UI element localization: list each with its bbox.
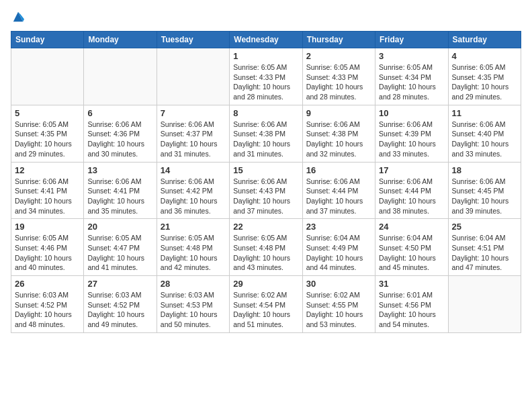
day-number: 18 bbox=[452, 165, 517, 175]
weekday-header: Saturday bbox=[448, 32, 521, 48]
calendar-cell: 16Sunrise: 6:06 AMSunset: 4:44 PMDayligh… bbox=[302, 162, 375, 219]
calendar-cell: 18Sunrise: 6:06 AMSunset: 4:45 PMDayligh… bbox=[448, 162, 521, 219]
day-number: 2 bbox=[306, 51, 371, 61]
calendar-week-row: 19Sunrise: 6:05 AMSunset: 4:46 PMDayligh… bbox=[11, 219, 521, 276]
calendar-cell: 7Sunrise: 6:06 AMSunset: 4:37 PMDaylight… bbox=[157, 105, 229, 162]
day-number: 27 bbox=[87, 279, 152, 289]
day-info: Sunrise: 6:06 AMSunset: 4:45 PMDaylight:… bbox=[452, 177, 517, 216]
day-info: Sunrise: 6:04 AMSunset: 4:50 PMDaylight:… bbox=[379, 233, 444, 273]
day-number: 30 bbox=[306, 279, 371, 289]
day-info: Sunrise: 6:01 AMSunset: 4:56 PMDaylight:… bbox=[379, 290, 444, 330]
day-info: Sunrise: 6:05 AMSunset: 4:35 PMDaylight:… bbox=[15, 120, 80, 159]
calendar-cell: 2Sunrise: 6:05 AMSunset: 4:33 PMDaylight… bbox=[302, 48, 375, 105]
day-info: Sunrise: 6:04 AMSunset: 4:49 PMDaylight:… bbox=[306, 233, 371, 273]
calendar-cell: 29Sunrise: 6:02 AMSunset: 4:54 PMDayligh… bbox=[230, 276, 302, 333]
day-info: Sunrise: 6:02 AMSunset: 4:55 PMDaylight:… bbox=[306, 290, 371, 330]
calendar-cell: 21Sunrise: 6:05 AMSunset: 4:48 PMDayligh… bbox=[157, 219, 229, 276]
calendar-cell: 17Sunrise: 6:06 AMSunset: 4:44 PMDayligh… bbox=[375, 162, 448, 219]
calendar-cell: 6Sunrise: 6:06 AMSunset: 4:36 PMDaylight… bbox=[84, 105, 157, 162]
calendar-cell bbox=[11, 48, 84, 105]
day-info: Sunrise: 6:05 AMSunset: 4:46 PMDaylight:… bbox=[15, 233, 80, 273]
calendar-cell: 27Sunrise: 6:03 AMSunset: 4:52 PMDayligh… bbox=[84, 276, 157, 333]
day-info: Sunrise: 6:06 AMSunset: 4:37 PMDaylight:… bbox=[161, 120, 226, 159]
day-number: 25 bbox=[452, 222, 517, 232]
day-number: 10 bbox=[379, 108, 444, 118]
day-info: Sunrise: 6:06 AMSunset: 4:38 PMDaylight:… bbox=[306, 120, 371, 159]
page-header bbox=[11, 11, 521, 23]
calendar-cell: 1Sunrise: 6:05 AMSunset: 4:33 PMDaylight… bbox=[230, 48, 302, 105]
day-info: Sunrise: 6:05 AMSunset: 4:34 PMDaylight:… bbox=[379, 62, 444, 102]
day-number: 9 bbox=[306, 108, 371, 118]
day-number: 21 bbox=[161, 222, 226, 232]
calendar-cell: 13Sunrise: 6:06 AMSunset: 4:41 PMDayligh… bbox=[84, 162, 157, 219]
day-number: 3 bbox=[379, 51, 444, 61]
day-number: 24 bbox=[379, 222, 444, 232]
calendar-cell: 5Sunrise: 6:05 AMSunset: 4:35 PMDaylight… bbox=[11, 105, 84, 162]
calendar-cell: 9Sunrise: 6:06 AMSunset: 4:38 PMDaylight… bbox=[302, 105, 375, 162]
day-number: 17 bbox=[379, 165, 444, 175]
day-number: 8 bbox=[233, 108, 298, 118]
calendar-header-row: SundayMondayTuesdayWednesdayThursdayFrid… bbox=[11, 32, 521, 48]
calendar-cell: 20Sunrise: 6:05 AMSunset: 4:47 PMDayligh… bbox=[84, 219, 157, 276]
day-info: Sunrise: 6:06 AMSunset: 4:38 PMDaylight:… bbox=[233, 120, 298, 159]
logo-icon bbox=[12, 11, 24, 23]
calendar-cell bbox=[157, 48, 229, 105]
calendar-week-row: 5Sunrise: 6:05 AMSunset: 4:35 PMDaylight… bbox=[11, 105, 521, 162]
calendar-cell: 28Sunrise: 6:03 AMSunset: 4:53 PMDayligh… bbox=[157, 276, 229, 333]
weekday-header: Friday bbox=[375, 32, 448, 48]
calendar-cell: 23Sunrise: 6:04 AMSunset: 4:49 PMDayligh… bbox=[302, 219, 375, 276]
day-info: Sunrise: 6:03 AMSunset: 4:53 PMDaylight:… bbox=[161, 290, 226, 330]
logo bbox=[11, 11, 24, 23]
day-number: 23 bbox=[306, 222, 371, 232]
day-number: 20 bbox=[87, 222, 152, 232]
calendar-cell: 30Sunrise: 6:02 AMSunset: 4:55 PMDayligh… bbox=[302, 276, 375, 333]
day-info: Sunrise: 6:06 AMSunset: 4:44 PMDaylight:… bbox=[306, 177, 371, 216]
calendar-cell: 3Sunrise: 6:05 AMSunset: 4:34 PMDaylight… bbox=[375, 48, 448, 105]
calendar-cell: 25Sunrise: 6:04 AMSunset: 4:51 PMDayligh… bbox=[448, 219, 521, 276]
calendar-cell: 24Sunrise: 6:04 AMSunset: 4:50 PMDayligh… bbox=[375, 219, 448, 276]
day-number: 13 bbox=[87, 165, 152, 175]
weekday-header: Tuesday bbox=[157, 32, 229, 48]
day-number: 29 bbox=[233, 279, 298, 289]
day-info: Sunrise: 6:05 AMSunset: 4:35 PMDaylight:… bbox=[452, 62, 517, 102]
calendar-cell bbox=[448, 276, 521, 333]
day-number: 4 bbox=[452, 51, 517, 61]
day-number: 26 bbox=[15, 279, 80, 289]
calendar-cell: 26Sunrise: 6:03 AMSunset: 4:52 PMDayligh… bbox=[11, 276, 84, 333]
day-info: Sunrise: 6:03 AMSunset: 4:52 PMDaylight:… bbox=[15, 290, 80, 330]
day-info: Sunrise: 6:06 AMSunset: 4:41 PMDaylight:… bbox=[87, 177, 152, 216]
day-number: 11 bbox=[452, 108, 517, 118]
day-info: Sunrise: 6:06 AMSunset: 4:43 PMDaylight:… bbox=[233, 177, 298, 216]
calendar-table: SundayMondayTuesdayWednesdayThursdayFrid… bbox=[11, 31, 521, 333]
calendar-cell: 19Sunrise: 6:05 AMSunset: 4:46 PMDayligh… bbox=[11, 219, 84, 276]
logo-text bbox=[11, 11, 24, 23]
day-info: Sunrise: 6:04 AMSunset: 4:51 PMDaylight:… bbox=[452, 233, 517, 273]
calendar-cell: 11Sunrise: 6:06 AMSunset: 4:40 PMDayligh… bbox=[448, 105, 521, 162]
day-info: Sunrise: 6:05 AMSunset: 4:33 PMDaylight:… bbox=[233, 62, 298, 102]
calendar-cell: 22Sunrise: 6:05 AMSunset: 4:48 PMDayligh… bbox=[230, 219, 302, 276]
calendar-cell: 12Sunrise: 6:06 AMSunset: 4:41 PMDayligh… bbox=[11, 162, 84, 219]
day-number: 31 bbox=[379, 279, 444, 289]
day-info: Sunrise: 6:06 AMSunset: 4:36 PMDaylight:… bbox=[87, 120, 152, 159]
day-number: 22 bbox=[233, 222, 298, 232]
day-info: Sunrise: 6:05 AMSunset: 4:33 PMDaylight:… bbox=[306, 62, 371, 102]
weekday-header: Thursday bbox=[302, 32, 375, 48]
calendar-cell bbox=[84, 48, 157, 105]
day-number: 7 bbox=[161, 108, 226, 118]
calendar-week-row: 26Sunrise: 6:03 AMSunset: 4:52 PMDayligh… bbox=[11, 276, 521, 333]
day-number: 15 bbox=[233, 165, 298, 175]
day-info: Sunrise: 6:06 AMSunset: 4:41 PMDaylight:… bbox=[15, 177, 80, 216]
weekday-header: Monday bbox=[84, 32, 157, 48]
day-info: Sunrise: 6:02 AMSunset: 4:54 PMDaylight:… bbox=[233, 290, 298, 330]
weekday-header: Wednesday bbox=[230, 32, 302, 48]
day-info: Sunrise: 6:06 AMSunset: 4:44 PMDaylight:… bbox=[379, 177, 444, 216]
day-info: Sunrise: 6:05 AMSunset: 4:48 PMDaylight:… bbox=[233, 233, 298, 273]
calendar-cell: 10Sunrise: 6:06 AMSunset: 4:39 PMDayligh… bbox=[375, 105, 448, 162]
day-number: 12 bbox=[15, 165, 80, 175]
calendar-cell: 14Sunrise: 6:06 AMSunset: 4:42 PMDayligh… bbox=[157, 162, 229, 219]
calendar-week-row: 12Sunrise: 6:06 AMSunset: 4:41 PMDayligh… bbox=[11, 162, 521, 219]
day-number: 16 bbox=[306, 165, 371, 175]
day-info: Sunrise: 6:05 AMSunset: 4:47 PMDaylight:… bbox=[87, 233, 152, 273]
day-info: Sunrise: 6:03 AMSunset: 4:52 PMDaylight:… bbox=[87, 290, 152, 330]
calendar-cell: 8Sunrise: 6:06 AMSunset: 4:38 PMDaylight… bbox=[230, 105, 302, 162]
